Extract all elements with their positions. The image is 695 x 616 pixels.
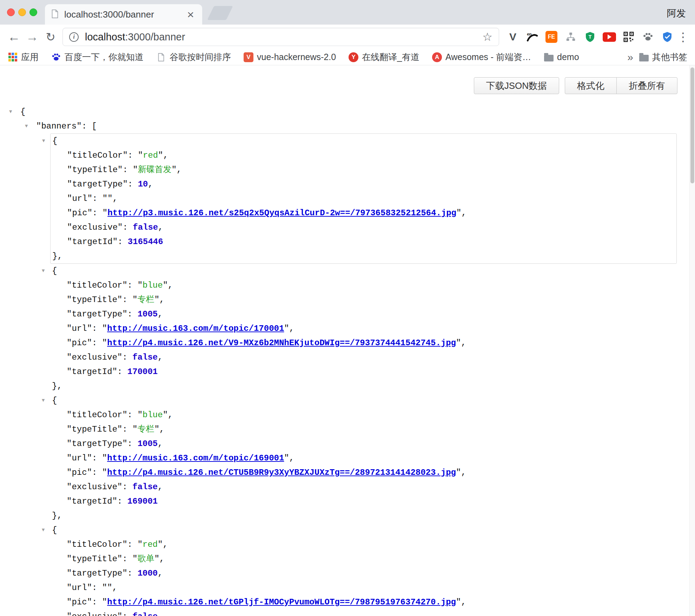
json-key: targetType: [72, 309, 122, 319]
collapse-toggle-icon[interactable]: [42, 393, 45, 408]
youdao-translate-icon[interactable]: en: [525, 29, 540, 45]
object-close: },: [50, 379, 677, 393]
scrollbar-thumb[interactable]: [690, 67, 694, 183]
bookmark-item[interactable]: demo: [544, 52, 579, 62]
collapse-toggle-icon[interactable]: [42, 134, 45, 148]
url-host: localhost: [85, 31, 125, 42]
paw-icon[interactable]: [641, 29, 655, 45]
json-root-key: banners: [41, 122, 77, 131]
bookmark-label: 谷歌按时间排序: [170, 51, 231, 63]
bookmark-item[interactable]: 应用: [8, 51, 39, 63]
collapse-all-button[interactable]: 折叠所有: [616, 77, 677, 94]
json-field-exclusive: "exclusive": false,: [51, 220, 676, 235]
json-link[interactable]: http://p3.music.126.net/s25q2x5QyqsAzilC…: [107, 208, 456, 218]
banner-object: {"titleColor": "blue","typeTitle": "专栏",…: [50, 264, 677, 393]
object-open: {: [51, 134, 676, 148]
collapse-toggle-icon[interactable]: [25, 119, 28, 133]
json-key: url: [72, 194, 87, 203]
json-key: targetId: [72, 497, 112, 506]
object-open: {: [50, 264, 677, 278]
new-tab-button[interactable]: [207, 6, 233, 20]
bookmarks-list: 应用百度一下，你就知道谷歌按时间排序Vvue-hackernews-2.0Y在线…: [8, 51, 579, 63]
vimium-icon[interactable]: V: [505, 29, 520, 45]
bookmarks-overflow-chevron[interactable]: »: [625, 51, 635, 63]
other-bookmarks-folder[interactable]: 其他书签: [639, 51, 687, 63]
page-content: 下载JSON数据 格式化 折叠所有 {"banners": [{"titleCo…: [0, 65, 695, 616]
json-key: targetType: [72, 179, 123, 189]
json-value: 170001: [127, 367, 158, 376]
bookmark-label: 其他书签: [652, 51, 687, 63]
json-value: 169001: [127, 497, 158, 506]
security-shield-icon[interactable]: [660, 29, 675, 45]
json-field-targetType: "targetType": 1000,: [50, 566, 677, 581]
url-text[interactable]: localhost:3000/banner: [85, 31, 482, 43]
page-info-icon[interactable]: [69, 32, 79, 42]
page-scrollbar[interactable]: [689, 65, 695, 616]
org-icon[interactable]: [563, 29, 578, 45]
download-json-button[interactable]: 下载JSON数据: [474, 77, 559, 94]
trafficlight-shield-icon[interactable]: T: [583, 29, 597, 45]
json-value: 1005: [138, 439, 158, 448]
back-button[interactable]: [5, 30, 23, 44]
json-link[interactable]: http://p4.music.126.net/tGPljf-IMOCyPvum…: [107, 597, 456, 607]
qr-code-icon[interactable]: [621, 29, 636, 45]
json-value: 3165446: [128, 237, 163, 247]
bookmark-item[interactable]: AAwesomes - 前端资…: [432, 51, 531, 63]
json-field-pic: "pic": "http://p4.music.126.net/CTU5B9R9…: [50, 465, 677, 480]
minimize-window-button[interactable]: [18, 8, 26, 16]
bookmark-item[interactable]: Y在线翻译_有道: [349, 51, 419, 63]
reload-button[interactable]: [41, 30, 60, 44]
json-field-targetType: "targetType": 10,: [51, 177, 676, 191]
json-field-url: "url": "",: [51, 191, 676, 206]
collapse-toggle-icon[interactable]: [42, 523, 45, 537]
url-path: :3000/banner: [125, 31, 185, 42]
fullscreen-window-button[interactable]: [29, 8, 37, 16]
json-field-pic: "pic": "http://p4.music.126.net/tGPljf-I…: [50, 595, 677, 609]
collapse-toggle-icon[interactable]: [9, 105, 12, 119]
browser-menu-button[interactable]: [676, 30, 690, 44]
fe-icon[interactable]: FE: [544, 29, 559, 45]
bookmark-label: 在线翻译_有道: [362, 51, 419, 63]
format-button[interactable]: 格式化: [565, 77, 617, 94]
youtube-icon[interactable]: [602, 29, 617, 45]
json-link[interactable]: http://p4.music.126.net/V9-MXz6b2MNhEKju…: [107, 338, 456, 348]
profile-name[interactable]: 阿发: [667, 7, 686, 20]
bookmarks-bar: 应用百度一下，你就知道谷歌按时间排序Vvue-hackernews-2.0Y在线…: [0, 49, 695, 65]
json-field-exclusive: "exclusive": false,: [50, 350, 677, 365]
json-value: false: [132, 612, 158, 616]
json-key: url: [72, 324, 87, 333]
json-root-open: {: [0, 105, 689, 119]
forward-button[interactable]: [23, 30, 41, 44]
folder-icon: [639, 52, 649, 62]
json-key: typeTitle: [72, 554, 117, 564]
json-value: false: [132, 482, 158, 492]
bookmark-item[interactable]: 谷歌按时间排序: [156, 51, 231, 63]
json-field-typeTitle: "typeTitle": "新碟首发",: [51, 163, 676, 177]
collapse-toggle-icon[interactable]: [42, 264, 45, 278]
json-link[interactable]: http://music.163.com/m/topic/170001: [107, 324, 284, 333]
json-key: pic: [72, 597, 87, 607]
json-key: titleColor: [72, 281, 122, 290]
tab-close-icon[interactable]: [185, 8, 196, 20]
json-field-pic: "pic": "http://p3.music.126.net/s25q2x5Q…: [51, 206, 676, 220]
browser-tab[interactable]: localhost:3000/banner: [45, 4, 202, 25]
close-window-button[interactable]: [7, 8, 15, 16]
json-field-url: "url": "",: [50, 581, 677, 595]
bookmark-star-icon[interactable]: [482, 30, 492, 44]
extensions-row: VenFET: [505, 29, 675, 45]
json-field-targetType: "targetType": 1005,: [50, 437, 677, 451]
object-open: {: [50, 393, 677, 408]
bookmark-item[interactable]: 百度一下，你就知道: [51, 51, 144, 63]
json-key: typeTitle: [72, 295, 117, 304]
bookmark-item[interactable]: Vvue-hackernews-2.0: [244, 52, 336, 62]
json-key: typeTitle: [72, 165, 118, 175]
folder-icon: [544, 52, 554, 62]
json-link[interactable]: http://music.163.com/m/topic/169001: [107, 453, 284, 463]
bookmark-label: demo: [557, 52, 579, 62]
bookmark-label: Awesomes - 前端资…: [445, 51, 531, 63]
json-link[interactable]: http://p4.music.126.net/CTU5B9R9y3XyYBZX…: [107, 468, 456, 477]
banner-object: {"titleColor": "blue","typeTitle": "专栏",…: [50, 393, 677, 523]
address-bar[interactable]: localhost:3000/banner: [62, 28, 499, 46]
navigation-toolbar: localhost:3000/banner VenFET: [0, 25, 695, 49]
json-field-titleColor: "titleColor": "blue",: [50, 408, 677, 422]
